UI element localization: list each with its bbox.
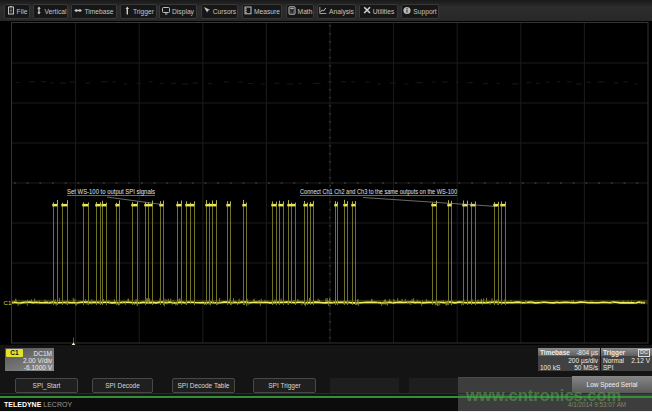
svg-text:C1: C1 [4,299,12,306]
svg-text:Set WS-100 to output SPI signa: Set WS-100 to output SPI signals [67,188,155,196]
svg-text:Connect Ch1 Ch2 and Ch3 to the: Connect Ch1 Ch2 and Ch3 to the same outp… [300,188,457,196]
